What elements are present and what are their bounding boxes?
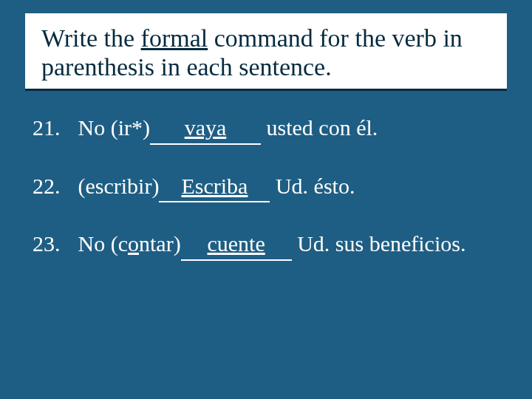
item-number: 21.	[33, 113, 72, 143]
item-pre-a: No (c	[78, 231, 128, 256]
item-post: Ud. ésto.	[270, 174, 355, 198]
answer-blank: cuente	[181, 229, 292, 261]
title-container: Write the formal command for the verb in…	[25, 13, 507, 91]
item-pre: No (ir*)	[78, 115, 150, 140]
item-number: 23.	[33, 229, 72, 259]
answer-text: vaya	[185, 115, 227, 140]
title-pre: Write the	[41, 24, 141, 52]
answer-text: Escriba	[181, 174, 248, 198]
answer-text: cuente	[207, 231, 265, 256]
item-pre: (escribir)	[78, 174, 160, 198]
answer-blank: vaya	[150, 113, 261, 145]
item-post: Ud. sus beneficios.	[292, 231, 466, 256]
sentence-list: 21. No (ir*)vaya usted con él. 22. (escr…	[25, 113, 507, 261]
item-pre-underlined: o	[128, 231, 139, 256]
item-number: 22.	[33, 171, 72, 202]
item-post: usted con él.	[261, 115, 378, 140]
title-underlined: formal	[141, 24, 208, 52]
instruction-title: Write the formal command for the verb in…	[41, 24, 491, 81]
slide: Write the formal command for the verb in…	[0, 0, 532, 399]
item-pre-b: ntar)	[139, 231, 181, 256]
answer-blank: Escriba	[159, 171, 270, 203]
list-item: 23. No (contar)cuente Ud. sus beneficios…	[33, 229, 499, 261]
list-item: 22. (escribir)Escriba Ud. ésto.	[33, 171, 499, 203]
list-item: 21. No (ir*)vaya usted con él.	[33, 113, 499, 145]
